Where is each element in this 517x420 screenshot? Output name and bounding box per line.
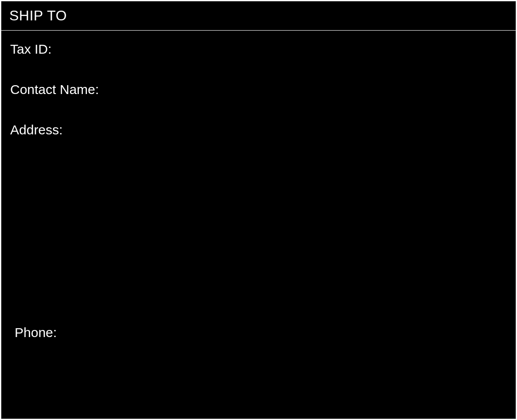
ship-to-header: SHIP TO bbox=[1, 1, 516, 31]
contact-name-value bbox=[103, 81, 507, 94]
tax-id-field: Tax ID: bbox=[10, 40, 507, 57]
phone-value bbox=[61, 324, 507, 337]
ship-to-body: Tax ID: Contact Name: Address: Phone: bbox=[1, 31, 516, 348]
phone-label: Phone: bbox=[15, 325, 57, 340]
ship-to-panel: SHIP TO Tax ID: Contact Name: Address: P… bbox=[1, 1, 516, 419]
address-field: Address: bbox=[10, 121, 507, 137]
contact-name-label: Contact Name: bbox=[10, 82, 99, 97]
phone-field: Phone: bbox=[10, 324, 507, 340]
tax-id-label: Tax ID: bbox=[10, 42, 51, 57]
ship-to-title: SHIP TO bbox=[9, 8, 508, 24]
address-label: Address: bbox=[10, 122, 63, 137]
tax-id-value bbox=[56, 40, 507, 54]
address-value bbox=[67, 121, 507, 134]
contact-name-field: Contact Name: bbox=[10, 81, 507, 97]
